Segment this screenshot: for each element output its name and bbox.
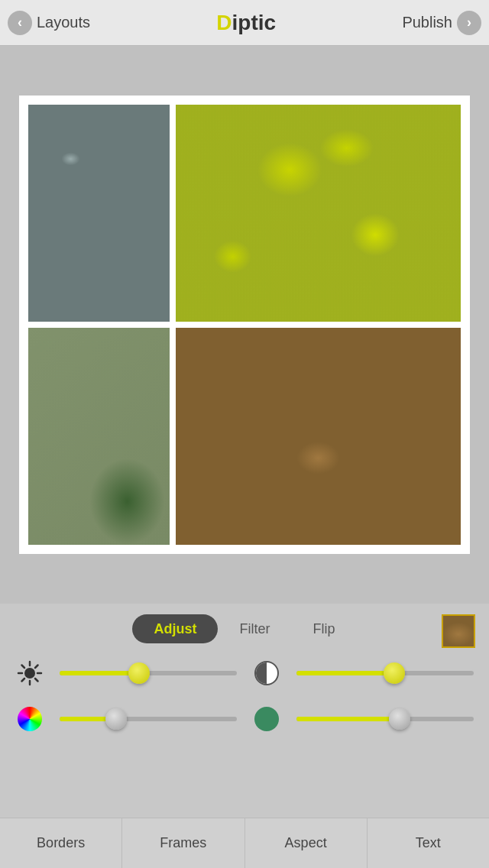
forward-arrow[interactable]: › (457, 11, 481, 35)
photo-cell-3[interactable] (28, 328, 170, 545)
brightness-icon (15, 659, 44, 688)
nav-left: ‹ Layouts (8, 11, 90, 35)
back-arrow[interactable]: ‹ (8, 11, 32, 35)
tint-thumb[interactable] (389, 708, 410, 730)
slider-row-1 (15, 659, 474, 688)
photo-cell-1[interactable] (28, 105, 170, 322)
photo-cell-2[interactable] (176, 105, 461, 322)
publish-label[interactable]: Publish (402, 14, 452, 31)
logo-d: D (216, 11, 232, 34)
tint-fill (296, 717, 400, 721)
brightness-fill (60, 671, 139, 675)
svg-line-7 (35, 666, 38, 669)
tab-flip[interactable]: Flip (291, 614, 356, 643)
edit-tabs: Adjust Filter Flip (0, 614, 489, 643)
layouts-label[interactable]: Layouts (37, 14, 90, 31)
sliders-section (0, 659, 489, 734)
tab-adjust[interactable]: Adjust (132, 614, 218, 643)
brightness-thumb[interactable] (128, 662, 150, 684)
selected-photo-thumbnail[interactable] (442, 614, 475, 648)
svg-line-8 (22, 679, 25, 682)
logo-text: iptic (232, 11, 277, 34)
toolbar-area: Adjust Filter Flip (0, 604, 489, 772)
contrast-icon (252, 659, 281, 688)
canvas-area (0, 46, 489, 604)
brightness-slider[interactable] (60, 671, 237, 675)
bottom-tabs: Borders Frames Aspect Text (0, 818, 489, 868)
tab-aspect[interactable]: Aspect (245, 818, 368, 868)
app-logo: Diptic (216, 11, 276, 35)
contrast-slider[interactable] (296, 671, 474, 675)
contrast-thumb[interactable] (384, 662, 405, 684)
contrast-fill (296, 671, 394, 675)
tab-frames[interactable]: Frames (122, 818, 244, 868)
photo-collage (19, 96, 470, 554)
color-wheel-icon (15, 704, 44, 734)
top-navigation: ‹ Layouts Diptic Publish › (0, 0, 489, 46)
tint-slider[interactable] (296, 717, 474, 721)
tab-borders[interactable]: Borders (0, 818, 122, 868)
svg-point-0 (24, 668, 35, 679)
tab-text[interactable]: Text (368, 818, 489, 868)
saturation-thumb[interactable] (105, 708, 127, 730)
saturation-slider[interactable] (60, 717, 237, 721)
slider-row-2 (15, 704, 474, 734)
photo-cell-4[interactable] (176, 328, 461, 545)
tab-filter[interactable]: Filter (218, 614, 291, 643)
nav-right: Publish › (402, 11, 481, 35)
svg-line-6 (35, 679, 38, 682)
tint-icon (252, 704, 281, 734)
svg-line-5 (22, 666, 25, 669)
